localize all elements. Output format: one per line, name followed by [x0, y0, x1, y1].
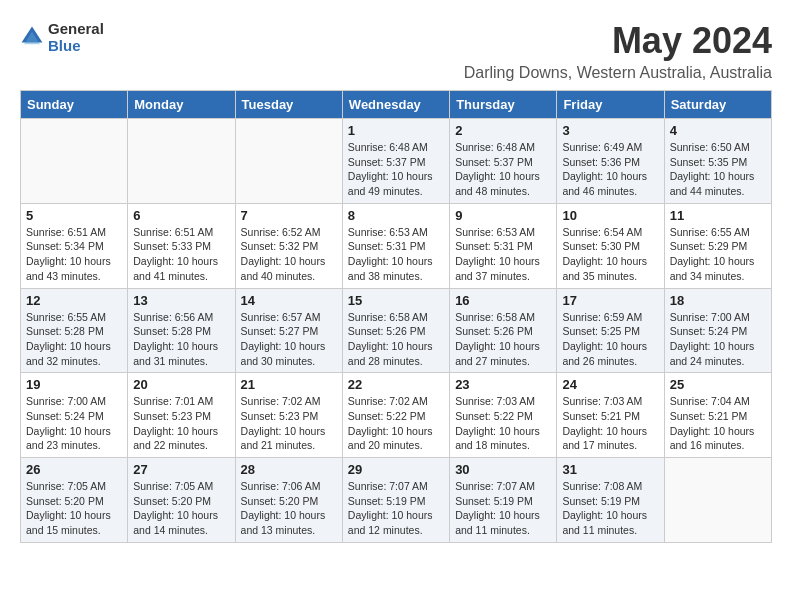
day-number: 2 — [455, 123, 551, 138]
column-header-tuesday: Tuesday — [235, 91, 342, 119]
day-number: 9 — [455, 208, 551, 223]
day-number: 28 — [241, 462, 337, 477]
day-number: 21 — [241, 377, 337, 392]
day-info: Sunrise: 7:02 AMSunset: 5:23 PMDaylight:… — [241, 394, 337, 453]
day-info: Sunrise: 6:58 AMSunset: 5:26 PMDaylight:… — [455, 310, 551, 369]
calendar-cell — [21, 119, 128, 204]
day-number: 8 — [348, 208, 444, 223]
column-header-friday: Friday — [557, 91, 664, 119]
calendar-cell: 15Sunrise: 6:58 AMSunset: 5:26 PMDayligh… — [342, 288, 449, 373]
calendar-cell: 11Sunrise: 6:55 AMSunset: 5:29 PMDayligh… — [664, 203, 771, 288]
calendar-cell: 22Sunrise: 7:02 AMSunset: 5:22 PMDayligh… — [342, 373, 449, 458]
subtitle: Darling Downs, Western Australia, Austra… — [464, 64, 772, 82]
calendar-cell: 17Sunrise: 6:59 AMSunset: 5:25 PMDayligh… — [557, 288, 664, 373]
calendar-cell: 27Sunrise: 7:05 AMSunset: 5:20 PMDayligh… — [128, 458, 235, 543]
day-info: Sunrise: 7:03 AMSunset: 5:21 PMDaylight:… — [562, 394, 658, 453]
calendar-table: SundayMondayTuesdayWednesdayThursdayFrid… — [20, 90, 772, 543]
calendar-week-row: 5Sunrise: 6:51 AMSunset: 5:34 PMDaylight… — [21, 203, 772, 288]
calendar-cell: 4Sunrise: 6:50 AMSunset: 5:35 PMDaylight… — [664, 119, 771, 204]
day-info: Sunrise: 6:50 AMSunset: 5:35 PMDaylight:… — [670, 140, 766, 199]
day-info: Sunrise: 7:08 AMSunset: 5:19 PMDaylight:… — [562, 479, 658, 538]
day-number: 20 — [133, 377, 229, 392]
calendar-cell: 12Sunrise: 6:55 AMSunset: 5:28 PMDayligh… — [21, 288, 128, 373]
calendar-cell: 23Sunrise: 7:03 AMSunset: 5:22 PMDayligh… — [450, 373, 557, 458]
day-number: 22 — [348, 377, 444, 392]
calendar-cell: 5Sunrise: 6:51 AMSunset: 5:34 PMDaylight… — [21, 203, 128, 288]
day-info: Sunrise: 7:04 AMSunset: 5:21 PMDaylight:… — [670, 394, 766, 453]
day-number: 24 — [562, 377, 658, 392]
calendar-cell: 9Sunrise: 6:53 AMSunset: 5:31 PMDaylight… — [450, 203, 557, 288]
day-info: Sunrise: 6:55 AMSunset: 5:28 PMDaylight:… — [26, 310, 122, 369]
day-info: Sunrise: 6:51 AMSunset: 5:33 PMDaylight:… — [133, 225, 229, 284]
day-info: Sunrise: 6:52 AMSunset: 5:32 PMDaylight:… — [241, 225, 337, 284]
day-info: Sunrise: 6:54 AMSunset: 5:30 PMDaylight:… — [562, 225, 658, 284]
calendar-header-row: SundayMondayTuesdayWednesdayThursdayFrid… — [21, 91, 772, 119]
calendar-cell: 26Sunrise: 7:05 AMSunset: 5:20 PMDayligh… — [21, 458, 128, 543]
day-info: Sunrise: 7:01 AMSunset: 5:23 PMDaylight:… — [133, 394, 229, 453]
day-number: 29 — [348, 462, 444, 477]
day-info: Sunrise: 6:53 AMSunset: 5:31 PMDaylight:… — [455, 225, 551, 284]
calendar-cell: 28Sunrise: 7:06 AMSunset: 5:20 PMDayligh… — [235, 458, 342, 543]
calendar-week-row: 12Sunrise: 6:55 AMSunset: 5:28 PMDayligh… — [21, 288, 772, 373]
calendar-cell: 20Sunrise: 7:01 AMSunset: 5:23 PMDayligh… — [128, 373, 235, 458]
day-number: 16 — [455, 293, 551, 308]
calendar-cell: 7Sunrise: 6:52 AMSunset: 5:32 PMDaylight… — [235, 203, 342, 288]
day-info: Sunrise: 6:56 AMSunset: 5:28 PMDaylight:… — [133, 310, 229, 369]
day-info: Sunrise: 6:48 AMSunset: 5:37 PMDaylight:… — [348, 140, 444, 199]
logo: General Blue — [20, 20, 104, 54]
day-number: 25 — [670, 377, 766, 392]
day-info: Sunrise: 6:51 AMSunset: 5:34 PMDaylight:… — [26, 225, 122, 284]
day-number: 31 — [562, 462, 658, 477]
calendar-cell: 25Sunrise: 7:04 AMSunset: 5:21 PMDayligh… — [664, 373, 771, 458]
day-info: Sunrise: 7:07 AMSunset: 5:19 PMDaylight:… — [455, 479, 551, 538]
day-info: Sunrise: 7:06 AMSunset: 5:20 PMDaylight:… — [241, 479, 337, 538]
calendar-cell: 21Sunrise: 7:02 AMSunset: 5:23 PMDayligh… — [235, 373, 342, 458]
calendar-cell: 2Sunrise: 6:48 AMSunset: 5:37 PMDaylight… — [450, 119, 557, 204]
day-info: Sunrise: 7:05 AMSunset: 5:20 PMDaylight:… — [26, 479, 122, 538]
day-number: 12 — [26, 293, 122, 308]
day-info: Sunrise: 7:05 AMSunset: 5:20 PMDaylight:… — [133, 479, 229, 538]
calendar-cell: 6Sunrise: 6:51 AMSunset: 5:33 PMDaylight… — [128, 203, 235, 288]
day-number: 30 — [455, 462, 551, 477]
calendar-cell: 24Sunrise: 7:03 AMSunset: 5:21 PMDayligh… — [557, 373, 664, 458]
calendar-cell: 14Sunrise: 6:57 AMSunset: 5:27 PMDayligh… — [235, 288, 342, 373]
day-info: Sunrise: 6:48 AMSunset: 5:37 PMDaylight:… — [455, 140, 551, 199]
day-info: Sunrise: 6:57 AMSunset: 5:27 PMDaylight:… — [241, 310, 337, 369]
day-number: 19 — [26, 377, 122, 392]
logo-blue: Blue — [48, 37, 104, 54]
calendar-cell: 18Sunrise: 7:00 AMSunset: 5:24 PMDayligh… — [664, 288, 771, 373]
calendar-cell: 31Sunrise: 7:08 AMSunset: 5:19 PMDayligh… — [557, 458, 664, 543]
logo-general: General — [48, 20, 104, 37]
calendar-cell: 19Sunrise: 7:00 AMSunset: 5:24 PMDayligh… — [21, 373, 128, 458]
day-number: 5 — [26, 208, 122, 223]
title-section: May 2024 Darling Downs, Western Australi… — [464, 20, 772, 82]
calendar-cell: 16Sunrise: 6:58 AMSunset: 5:26 PMDayligh… — [450, 288, 557, 373]
day-info: Sunrise: 6:55 AMSunset: 5:29 PMDaylight:… — [670, 225, 766, 284]
column-header-saturday: Saturday — [664, 91, 771, 119]
calendar-cell: 8Sunrise: 6:53 AMSunset: 5:31 PMDaylight… — [342, 203, 449, 288]
day-info: Sunrise: 6:49 AMSunset: 5:36 PMDaylight:… — [562, 140, 658, 199]
day-number: 7 — [241, 208, 337, 223]
calendar-cell: 1Sunrise: 6:48 AMSunset: 5:37 PMDaylight… — [342, 119, 449, 204]
day-info: Sunrise: 6:58 AMSunset: 5:26 PMDaylight:… — [348, 310, 444, 369]
day-number: 23 — [455, 377, 551, 392]
calendar-week-row: 19Sunrise: 7:00 AMSunset: 5:24 PMDayligh… — [21, 373, 772, 458]
calendar-cell: 10Sunrise: 6:54 AMSunset: 5:30 PMDayligh… — [557, 203, 664, 288]
day-number: 6 — [133, 208, 229, 223]
day-info: Sunrise: 6:59 AMSunset: 5:25 PMDaylight:… — [562, 310, 658, 369]
day-info: Sunrise: 7:00 AMSunset: 5:24 PMDaylight:… — [670, 310, 766, 369]
day-info: Sunrise: 7:07 AMSunset: 5:19 PMDaylight:… — [348, 479, 444, 538]
day-number: 18 — [670, 293, 766, 308]
calendar-cell: 30Sunrise: 7:07 AMSunset: 5:19 PMDayligh… — [450, 458, 557, 543]
calendar-cell — [664, 458, 771, 543]
day-info: Sunrise: 7:03 AMSunset: 5:22 PMDaylight:… — [455, 394, 551, 453]
calendar-week-row: 1Sunrise: 6:48 AMSunset: 5:37 PMDaylight… — [21, 119, 772, 204]
calendar-week-row: 26Sunrise: 7:05 AMSunset: 5:20 PMDayligh… — [21, 458, 772, 543]
day-info: Sunrise: 7:02 AMSunset: 5:22 PMDaylight:… — [348, 394, 444, 453]
day-number: 1 — [348, 123, 444, 138]
calendar-cell: 3Sunrise: 6:49 AMSunset: 5:36 PMDaylight… — [557, 119, 664, 204]
day-number: 15 — [348, 293, 444, 308]
day-number: 11 — [670, 208, 766, 223]
day-number: 13 — [133, 293, 229, 308]
day-number: 4 — [670, 123, 766, 138]
